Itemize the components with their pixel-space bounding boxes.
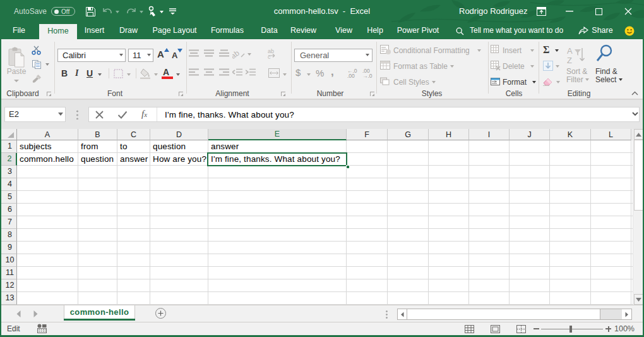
svg-text:ab: ab [232,49,241,59]
svg-text:c: c [268,54,271,59]
svg-text:A: A [567,46,573,56]
svg-text:Z: Z [567,56,572,64]
